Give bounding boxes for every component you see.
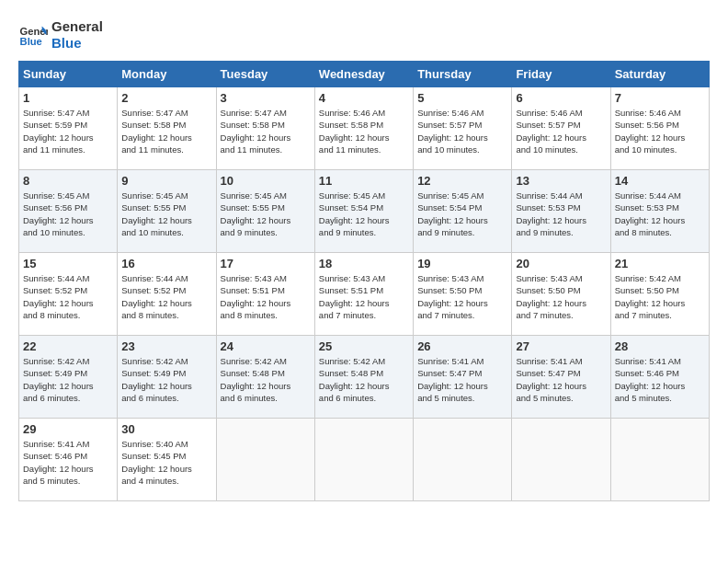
logo-text-line2: Blue xyxy=(51,35,103,52)
day-info: Sunrise: 5:45 AM Sunset: 5:54 PM Dayligh… xyxy=(417,190,507,238)
calendar-cell: 7Sunrise: 5:46 AM Sunset: 5:56 PM Daylig… xyxy=(610,87,709,170)
calendar-week-row: 22Sunrise: 5:42 AM Sunset: 5:49 PM Dayli… xyxy=(19,336,710,419)
day-number: 15 xyxy=(23,257,113,270)
calendar-cell: 24Sunrise: 5:42 AM Sunset: 5:48 PM Dayli… xyxy=(216,336,314,419)
calendar-cell xyxy=(314,419,413,501)
calendar-cell: 5Sunrise: 5:46 AM Sunset: 5:57 PM Daylig… xyxy=(414,87,512,170)
calendar-cell xyxy=(216,419,314,501)
day-info: Sunrise: 5:41 AM Sunset: 5:47 PM Dayligh… xyxy=(516,355,606,404)
day-number: 24 xyxy=(221,339,311,353)
calendar-cell: 25Sunrise: 5:42 AM Sunset: 5:48 PM Dayli… xyxy=(314,336,413,419)
day-number: 10 xyxy=(221,174,311,188)
day-info: Sunrise: 5:44 AM Sunset: 5:52 PM Dayligh… xyxy=(121,272,211,321)
day-number: 29 xyxy=(23,422,113,436)
header-friday: Friday xyxy=(512,62,610,87)
calendar-cell: 29Sunrise: 5:41 AM Sunset: 5:46 PM Dayli… xyxy=(19,419,118,501)
day-number: 13 xyxy=(516,174,606,188)
calendar-cell xyxy=(610,419,709,501)
day-info: Sunrise: 5:43 AM Sunset: 5:51 PM Dayligh… xyxy=(319,272,409,321)
day-info: Sunrise: 5:45 AM Sunset: 5:56 PM Dayligh… xyxy=(23,190,113,238)
day-info: Sunrise: 5:42 AM Sunset: 5:49 PM Dayligh… xyxy=(23,355,113,404)
day-info: Sunrise: 5:45 AM Sunset: 5:55 PM Dayligh… xyxy=(221,190,311,238)
calendar-week-row: 8Sunrise: 5:45 AM Sunset: 5:56 PM Daylig… xyxy=(19,170,710,253)
day-info: Sunrise: 5:46 AM Sunset: 5:57 PM Dayligh… xyxy=(516,107,606,155)
calendar-cell: 10Sunrise: 5:45 AM Sunset: 5:55 PM Dayli… xyxy=(216,170,314,253)
day-number: 22 xyxy=(23,339,113,353)
day-number: 21 xyxy=(615,257,705,270)
calendar-cell: 6Sunrise: 5:46 AM Sunset: 5:57 PM Daylig… xyxy=(512,87,610,170)
svg-text:Blue: Blue xyxy=(20,36,42,47)
calendar-header-row: SundayMondayTuesdayWednesdayThursdayFrid… xyxy=(19,62,710,87)
day-number: 16 xyxy=(121,257,211,270)
calendar-cell: 2Sunrise: 5:47 AM Sunset: 5:58 PM Daylig… xyxy=(118,87,216,170)
day-info: Sunrise: 5:41 AM Sunset: 5:46 PM Dayligh… xyxy=(615,355,705,404)
calendar-cell: 27Sunrise: 5:41 AM Sunset: 5:47 PM Dayli… xyxy=(512,336,610,419)
day-info: Sunrise: 5:43 AM Sunset: 5:50 PM Dayligh… xyxy=(516,272,606,321)
day-info: Sunrise: 5:42 AM Sunset: 5:48 PM Dayligh… xyxy=(221,355,311,404)
calendar-cell: 23Sunrise: 5:42 AM Sunset: 5:49 PM Dayli… xyxy=(118,336,216,419)
calendar-cell: 19Sunrise: 5:43 AM Sunset: 5:50 PM Dayli… xyxy=(414,253,512,336)
calendar-cell: 28Sunrise: 5:41 AM Sunset: 5:46 PM Dayli… xyxy=(610,336,709,419)
calendar-cell: 15Sunrise: 5:44 AM Sunset: 5:52 PM Dayli… xyxy=(19,253,118,336)
logo-text-line1: General xyxy=(51,18,103,35)
day-number: 9 xyxy=(121,174,211,188)
day-number: 8 xyxy=(23,174,113,188)
calendar-cell: 12Sunrise: 5:45 AM Sunset: 5:54 PM Dayli… xyxy=(414,170,512,253)
day-number: 28 xyxy=(615,339,705,353)
day-number: 2 xyxy=(121,91,211,105)
logo-icon: General Blue xyxy=(18,20,48,50)
day-info: Sunrise: 5:45 AM Sunset: 5:54 PM Dayligh… xyxy=(319,190,409,238)
day-number: 25 xyxy=(319,339,409,353)
day-number: 1 xyxy=(23,91,113,105)
day-number: 18 xyxy=(319,257,409,270)
day-number: 14 xyxy=(615,174,705,188)
day-info: Sunrise: 5:42 AM Sunset: 5:49 PM Dayligh… xyxy=(121,355,211,404)
day-info: Sunrise: 5:42 AM Sunset: 5:48 PM Dayligh… xyxy=(319,355,409,404)
day-info: Sunrise: 5:42 AM Sunset: 5:50 PM Dayligh… xyxy=(615,272,705,321)
day-info: Sunrise: 5:44 AM Sunset: 5:53 PM Dayligh… xyxy=(615,190,705,238)
day-number: 12 xyxy=(417,174,507,188)
day-info: Sunrise: 5:46 AM Sunset: 5:58 PM Dayligh… xyxy=(319,107,409,155)
day-info: Sunrise: 5:44 AM Sunset: 5:52 PM Dayligh… xyxy=(23,272,113,321)
calendar-cell: 20Sunrise: 5:43 AM Sunset: 5:50 PM Dayli… xyxy=(512,253,610,336)
day-number: 3 xyxy=(221,91,311,105)
calendar-cell: 8Sunrise: 5:45 AM Sunset: 5:56 PM Daylig… xyxy=(19,170,118,253)
day-info: Sunrise: 5:41 AM Sunset: 5:47 PM Dayligh… xyxy=(417,355,507,404)
calendar-cell: 26Sunrise: 5:41 AM Sunset: 5:47 PM Dayli… xyxy=(414,336,512,419)
day-number: 27 xyxy=(516,339,606,353)
day-info: Sunrise: 5:43 AM Sunset: 5:50 PM Dayligh… xyxy=(417,272,507,321)
day-info: Sunrise: 5:43 AM Sunset: 5:51 PM Dayligh… xyxy=(221,272,311,321)
day-info: Sunrise: 5:46 AM Sunset: 5:57 PM Dayligh… xyxy=(417,107,507,155)
header-thursday: Thursday xyxy=(414,62,512,87)
calendar-cell: 13Sunrise: 5:44 AM Sunset: 5:53 PM Dayli… xyxy=(512,170,610,253)
day-info: Sunrise: 5:40 AM Sunset: 5:45 PM Dayligh… xyxy=(121,438,211,487)
day-number: 23 xyxy=(121,339,211,353)
header-saturday: Saturday xyxy=(610,62,709,87)
day-info: Sunrise: 5:46 AM Sunset: 5:56 PM Dayligh… xyxy=(615,107,705,155)
day-number: 11 xyxy=(319,174,409,188)
calendar-cell: 18Sunrise: 5:43 AM Sunset: 5:51 PM Dayli… xyxy=(314,253,413,336)
day-number: 5 xyxy=(417,91,507,105)
header-tuesday: Tuesday xyxy=(216,62,314,87)
page-header: General Blue General Blue xyxy=(18,18,710,52)
calendar-cell: 9Sunrise: 5:45 AM Sunset: 5:55 PM Daylig… xyxy=(118,170,216,253)
calendar-cell: 22Sunrise: 5:42 AM Sunset: 5:49 PM Dayli… xyxy=(19,336,118,419)
calendar-cell: 30Sunrise: 5:40 AM Sunset: 5:45 PM Dayli… xyxy=(118,419,216,501)
calendar-table: SundayMondayTuesdayWednesdayThursdayFrid… xyxy=(18,61,710,501)
day-number: 4 xyxy=(319,91,409,105)
day-number: 7 xyxy=(615,91,705,105)
header-wednesday: Wednesday xyxy=(314,62,413,87)
header-monday: Monday xyxy=(118,62,216,87)
calendar-cell: 17Sunrise: 5:43 AM Sunset: 5:51 PM Dayli… xyxy=(216,253,314,336)
day-info: Sunrise: 5:47 AM Sunset: 5:59 PM Dayligh… xyxy=(23,107,113,155)
calendar-cell: 14Sunrise: 5:44 AM Sunset: 5:53 PM Dayli… xyxy=(610,170,709,253)
calendar-cell: 16Sunrise: 5:44 AM Sunset: 5:52 PM Dayli… xyxy=(118,253,216,336)
calendar-cell: 21Sunrise: 5:42 AM Sunset: 5:50 PM Dayli… xyxy=(610,253,709,336)
calendar-cell: 11Sunrise: 5:45 AM Sunset: 5:54 PM Dayli… xyxy=(314,170,413,253)
day-info: Sunrise: 5:47 AM Sunset: 5:58 PM Dayligh… xyxy=(121,107,211,155)
day-number: 20 xyxy=(516,257,606,270)
calendar-cell xyxy=(414,419,512,501)
day-number: 30 xyxy=(121,422,211,436)
day-number: 17 xyxy=(221,257,311,270)
day-info: Sunrise: 5:41 AM Sunset: 5:46 PM Dayligh… xyxy=(23,438,113,487)
